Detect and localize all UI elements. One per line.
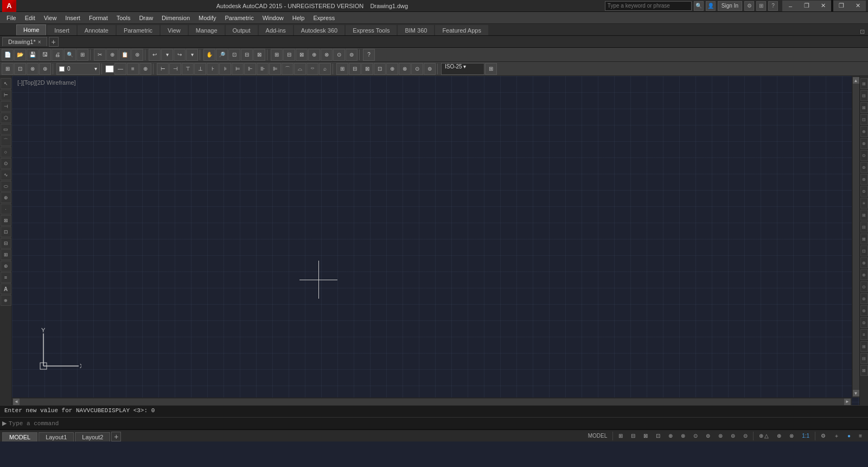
rs-btn15[interactable]: ⊡ bbox=[860, 245, 868, 256]
tb-xref[interactable]: ⊕ bbox=[308, 49, 320, 61]
rs-btn20[interactable]: ⊛ bbox=[860, 305, 868, 316]
search-icon[interactable]: 🔍 bbox=[694, 1, 704, 11]
drawing-tab-main[interactable]: Drawing1* × bbox=[2, 37, 47, 46]
lt-revision[interactable]: ⊙ bbox=[1, 158, 11, 169]
tb-saveas[interactable]: 🖫 bbox=[39, 49, 51, 61]
status-lineweight[interactable]: ⊙ bbox=[690, 431, 701, 441]
lt-circle[interactable]: ○ bbox=[1, 147, 11, 157]
tb-redo-dropdown[interactable]: ▾ bbox=[186, 49, 198, 61]
tb2-line3[interactable]: ⊤ bbox=[182, 63, 194, 75]
status-grid[interactable]: ⊞ bbox=[615, 431, 627, 441]
tb2-plotstyle[interactable]: ⊕ bbox=[139, 63, 151, 75]
close-button[interactable]: ✕ bbox=[815, 1, 831, 11]
tb2-ann4[interactable]: ⊡ bbox=[374, 63, 386, 75]
rs-btn5[interactable]: ⊕ bbox=[860, 126, 868, 137]
tb-insert[interactable]: ⊚ bbox=[346, 49, 358, 61]
status-qprop[interactable]: ⊝ bbox=[739, 431, 751, 441]
tb2-color[interactable] bbox=[105, 65, 114, 73]
close2-button[interactable]: ✕ bbox=[850, 1, 866, 11]
signin-button[interactable]: Sign In bbox=[718, 1, 742, 11]
restore2-button[interactable]: ❐ bbox=[833, 1, 850, 11]
status-units[interactable]: ⊗ bbox=[786, 431, 797, 441]
tb-layout[interactable]: ⊟ bbox=[283, 49, 295, 61]
tab-home[interactable]: Home bbox=[16, 24, 46, 35]
lt-mtext[interactable]: ⊕ bbox=[1, 295, 11, 306]
rs-btn7[interactable]: ⊙ bbox=[860, 150, 868, 161]
tb-zoom-ext[interactable]: ⊠ bbox=[253, 49, 265, 61]
layout-layout1-tab[interactable]: Layout1 bbox=[39, 432, 74, 441]
status-menu[interactable]: ≡ bbox=[855, 431, 866, 441]
iso-dropdown[interactable]: ISO-25 ▾ bbox=[441, 63, 484, 75]
menu-parametric[interactable]: Parametric bbox=[220, 12, 258, 24]
user-icon[interactable]: 👤 bbox=[706, 1, 716, 11]
tb2-ann8[interactable]: ⊚ bbox=[424, 63, 436, 75]
rs-btn3[interactable]: ⊠ bbox=[860, 102, 868, 113]
gear2-icon[interactable]: ⊞ bbox=[756, 1, 766, 11]
tb-plot[interactable]: ⊞ bbox=[76, 49, 88, 61]
tab-autodesk360[interactable]: Autodesk 360 bbox=[294, 25, 344, 35]
rs-btn1[interactable]: ⊞ bbox=[860, 78, 868, 89]
restore-button[interactable]: ❐ bbox=[799, 1, 815, 11]
status-scale-value[interactable]: 1:1 bbox=[798, 431, 813, 441]
tab-addins[interactable]: Add-ins bbox=[259, 25, 293, 35]
lt-polygon[interactable]: ⬡ bbox=[1, 112, 11, 123]
lt-boundary[interactable]: ⊟ bbox=[1, 238, 11, 249]
tb-zoom-prev[interactable]: ⊟ bbox=[241, 49, 253, 61]
tb2-iso-extra[interactable]: ⊞ bbox=[485, 63, 497, 75]
rs-btn9[interactable]: ⊛ bbox=[860, 174, 868, 185]
lt-mpoint[interactable]: · bbox=[1, 204, 11, 214]
rs-btn12[interactable]: ⊞ bbox=[860, 210, 868, 220]
tb-block[interactable]: ⊙ bbox=[333, 49, 345, 61]
tb2-ann5[interactable]: ⊕ bbox=[386, 63, 398, 75]
rs-btn25[interactable]: ⊠ bbox=[860, 365, 868, 376]
ribbon-overflow[interactable]: ⊡ bbox=[857, 28, 868, 35]
rs-btn17[interactable]: ⊗ bbox=[860, 269, 868, 280]
lt-arc[interactable]: ⌒ bbox=[1, 135, 11, 146]
tb-redo[interactable]: ↪ bbox=[174, 49, 186, 61]
menu-format[interactable]: Format bbox=[85, 12, 112, 24]
tb2-line1[interactable]: ⊢ bbox=[157, 63, 169, 75]
tb-copy[interactable]: ⊕ bbox=[106, 49, 118, 61]
rs-btn11[interactable]: ≡ bbox=[860, 198, 868, 209]
lt-text[interactable]: A bbox=[1, 283, 11, 294]
tb2-line6[interactable]: ⊧ bbox=[219, 63, 231, 75]
search-input[interactable] bbox=[605, 1, 692, 11]
rs-btn16[interactable]: ⊕ bbox=[860, 257, 868, 268]
menu-view[interactable]: View bbox=[40, 12, 61, 24]
tb2-arc1[interactable]: ⌒ bbox=[282, 63, 293, 75]
tab-manage[interactable]: Manage bbox=[189, 25, 225, 35]
status-add[interactable]: ＋ bbox=[830, 431, 843, 441]
tb2-arc2[interactable]: ⌓ bbox=[294, 63, 306, 75]
tb2-line2[interactable]: ⊣ bbox=[169, 63, 181, 75]
tab-featured-apps[interactable]: Featured Apps bbox=[435, 25, 488, 35]
tb2-layer4[interactable]: ⊛ bbox=[39, 63, 51, 75]
command-arrow-icon[interactable]: ▶ bbox=[2, 420, 7, 427]
tb-zoom-win[interactable]: ⊡ bbox=[228, 49, 240, 61]
tb2-ann7[interactable]: ⊙ bbox=[411, 63, 423, 75]
rs-btn8[interactable]: ⊚ bbox=[860, 162, 868, 173]
menu-insert[interactable]: Insert bbox=[61, 12, 85, 24]
lt-ellipse[interactable]: ⬭ bbox=[1, 181, 11, 192]
tb2-lineweight[interactable]: ≡ bbox=[127, 63, 139, 75]
menu-express[interactable]: Express bbox=[309, 12, 339, 24]
tab-output[interactable]: Output bbox=[226, 25, 258, 35]
rs-btn13[interactable]: ⊟ bbox=[860, 222, 868, 232]
tb2-ann2[interactable]: ⊟ bbox=[349, 63, 361, 75]
menu-tools[interactable]: Tools bbox=[112, 12, 135, 24]
status-snap[interactable]: ⊟ bbox=[627, 431, 639, 441]
lt-pline[interactable]: ⊣ bbox=[1, 101, 11, 112]
rs-btn19[interactable]: ⊚ bbox=[860, 293, 868, 304]
tb2-ann1[interactable]: ⊞ bbox=[336, 63, 348, 75]
tb-undo[interactable]: ↩ bbox=[149, 49, 161, 61]
rs-btn10[interactable]: ⊜ bbox=[860, 186, 868, 197]
tb-zoom-real[interactable]: 🔎 bbox=[216, 49, 228, 61]
status-settings[interactable]: ⚙ bbox=[817, 431, 829, 441]
tb-help[interactable]: ? bbox=[363, 49, 375, 61]
layout-model-tab[interactable]: MODEL bbox=[2, 432, 37, 441]
tb-paste[interactable]: 📋 bbox=[119, 49, 131, 61]
rs-btn22[interactable]: ≡ bbox=[860, 329, 868, 340]
canvas-area[interactable]: [-][Top][2D Wireframe] Y X bbox=[12, 76, 859, 405]
tab-annotate[interactable]: Annotate bbox=[78, 25, 116, 35]
vscroll[interactable]: ▲ ▼ bbox=[852, 76, 859, 397]
rs-btn6[interactable]: ⊗ bbox=[860, 138, 868, 149]
